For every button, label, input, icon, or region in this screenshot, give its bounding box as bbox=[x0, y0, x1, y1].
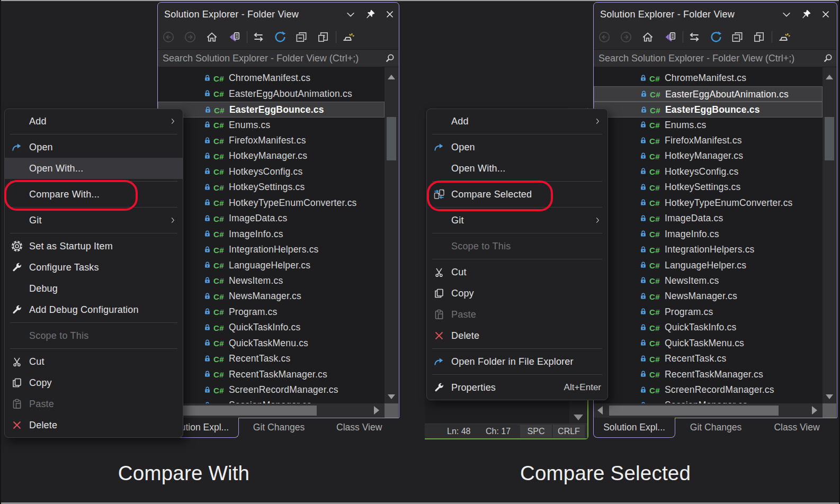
scroll-up-icon[interactable] bbox=[388, 75, 395, 79]
menu-item-git[interactable]: Git bbox=[427, 210, 607, 231]
menu-item-delete[interactable]: Delete bbox=[427, 325, 607, 346]
pin-icon[interactable] bbox=[364, 8, 376, 20]
scroll-down-icon[interactable] bbox=[388, 394, 395, 399]
menu-item-open[interactable]: Open bbox=[427, 137, 607, 158]
refresh-icon[interactable] bbox=[709, 30, 723, 44]
menu-item-cut[interactable]: Cut bbox=[5, 351, 183, 372]
tree-item[interactable]: C# ChromeManifest.cs bbox=[594, 70, 823, 86]
menu-item-open-folder-in-file-explorer[interactable]: Open Folder in File Explorer bbox=[427, 351, 607, 372]
horizontal-scrollbar[interactable] bbox=[158, 403, 385, 418]
menu-item-paste[interactable]: Paste bbox=[5, 393, 183, 415]
tree-item[interactable]: C# ScreenRecordManager.cs bbox=[158, 382, 385, 398]
menu-item-delete[interactable]: Delete bbox=[5, 415, 183, 436]
switch-views-icon[interactable] bbox=[251, 30, 266, 44]
tree-item[interactable]: C# NewsItem.cs bbox=[158, 273, 385, 289]
vertical-scrollbar[interactable] bbox=[385, 67, 398, 404]
back-icon[interactable] bbox=[161, 30, 176, 44]
tree-item[interactable]: C# ImageInfo.cs bbox=[594, 227, 823, 242]
tab-git-changes[interactable]: Git Changes bbox=[239, 418, 319, 438]
tree-item[interactable]: C# QuickTaskMenu.cs bbox=[594, 336, 823, 351]
tree-item[interactable]: C# EasterEggBounce.cs bbox=[594, 102, 823, 117]
refresh-icon[interactable] bbox=[273, 30, 288, 44]
tree-item[interactable]: C# Enums.cs bbox=[594, 118, 823, 133]
scroll-right-icon[interactable] bbox=[812, 406, 817, 415]
status-line-ending[interactable]: CRLF bbox=[553, 425, 585, 438]
sync-with-active-document-icon[interactable] bbox=[226, 30, 241, 44]
tree-item[interactable]: C# HotkeySettings.cs bbox=[158, 179, 385, 195]
tree-item[interactable]: C# Program.cs bbox=[158, 304, 385, 320]
search-icon[interactable] bbox=[384, 52, 396, 64]
scroll-up-icon[interactable] bbox=[826, 75, 833, 79]
menu-item-copy[interactable]: Copy bbox=[5, 372, 183, 393]
pending-changes-filter-icon[interactable] bbox=[341, 30, 355, 44]
menu-item-properties[interactable]: PropertiesAlt+Enter bbox=[427, 377, 607, 398]
menu-item-configure-tasks[interactable]: Configure Tasks bbox=[5, 257, 183, 278]
tree-item[interactable]: C# IntegrationHelpers.cs bbox=[158, 242, 385, 257]
menu-item-add[interactable]: Add bbox=[5, 111, 183, 132]
tree-item[interactable]: C# LanguageHelper.cs bbox=[158, 258, 385, 273]
tree-item[interactable]: C# HotkeysConfig.cs bbox=[158, 164, 385, 179]
horizontal-scrollbar[interactable] bbox=[594, 403, 823, 418]
close-icon[interactable] bbox=[384, 8, 396, 20]
forward-icon[interactable] bbox=[619, 30, 633, 44]
close-icon[interactable] bbox=[820, 8, 832, 20]
search-box[interactable]: Search Solution Explorer - Folder View (… bbox=[158, 49, 399, 67]
search-box[interactable]: Search Solution Explorer - Folder View (… bbox=[594, 49, 837, 67]
tree-item[interactable]: C# LanguageHelper.cs bbox=[594, 258, 823, 273]
tree-item[interactable]: C# HotkeysConfig.cs bbox=[594, 164, 823, 179]
menu-item-cut[interactable]: Cut bbox=[427, 262, 607, 283]
collapse-all-icon[interactable] bbox=[730, 30, 745, 44]
tree-item[interactable]: C# NewsManager.cs bbox=[158, 289, 385, 304]
tree-item[interactable]: C# ScreenRecordManager.cs bbox=[594, 382, 823, 398]
home-icon[interactable] bbox=[204, 30, 219, 44]
scroll-down-icon[interactable] bbox=[826, 394, 833, 399]
tree-item[interactable]: C# FirefoxManifest.cs bbox=[158, 133, 385, 148]
tree-item[interactable]: C# QuickTaskMenu.cs bbox=[158, 336, 385, 351]
tab-solution-expl-[interactable]: Solution Expl... bbox=[593, 418, 675, 438]
forward-icon[interactable] bbox=[183, 30, 198, 44]
tree-item[interactable]: C# ChromeManifest.cs bbox=[158, 70, 385, 86]
scroll-left-icon[interactable] bbox=[597, 406, 603, 415]
horizontal-scroll-thumb[interactable] bbox=[163, 406, 317, 416]
window-position-chevron-icon[interactable] bbox=[781, 8, 792, 20]
scroll-down-icon[interactable] bbox=[574, 415, 583, 420]
tree-item[interactable]: C# NewsManager.cs bbox=[594, 289, 823, 304]
collapse-all-icon[interactable] bbox=[294, 30, 309, 44]
menu-item-add-debug-configuration[interactable]: Add Debug Configuration bbox=[5, 299, 183, 320]
menu-item-git[interactable]: Git bbox=[5, 210, 183, 231]
preview-selected-items-icon[interactable] bbox=[316, 30, 330, 44]
tree-item[interactable]: C# QuickTaskInfo.cs bbox=[594, 320, 823, 335]
menu-item-add[interactable]: Add bbox=[427, 111, 607, 132]
menu-item-scope-to-this[interactable]: Scope to This bbox=[5, 325, 183, 346]
tree-item[interactable]: C# RecentTaskManager.cs bbox=[594, 367, 823, 382]
status-spaces[interactable]: SPC bbox=[520, 425, 552, 438]
menu-item-set-as-startup-item[interactable]: Set as Startup Item bbox=[5, 236, 183, 257]
panel-titlebar[interactable]: Solution Explorer - Folder View bbox=[158, 3, 399, 26]
vertical-scroll-thumb[interactable] bbox=[825, 117, 834, 160]
tree-item[interactable]: C# Enums.cs bbox=[158, 118, 385, 133]
tree-item[interactable]: C# RecentTask.cs bbox=[594, 351, 823, 366]
tab-class-view[interactable]: Class View bbox=[319, 418, 399, 438]
tree-item[interactable]: C# FirefoxManifest.cs bbox=[594, 133, 823, 148]
tree-item[interactable]: C# Program.cs bbox=[594, 304, 823, 320]
panel-titlebar[interactable]: Solution Explorer - Folder View bbox=[594, 3, 837, 26]
window-position-chevron-icon[interactable] bbox=[345, 8, 356, 20]
vertical-scrollbar[interactable] bbox=[823, 67, 836, 404]
switch-views-icon[interactable] bbox=[687, 30, 702, 44]
tree-item[interactable]: C# EasterEggAboutAnimation.cs bbox=[158, 86, 385, 102]
menu-item-debug[interactable]: Debug bbox=[5, 278, 183, 299]
tree-item[interactable]: C# ImageData.cs bbox=[594, 211, 823, 226]
back-icon[interactable] bbox=[597, 30, 612, 44]
menu-item-open-with[interactable]: Open With... bbox=[427, 158, 607, 179]
search-icon[interactable] bbox=[822, 52, 834, 64]
tree-item[interactable]: C# QuickTaskInfo.cs bbox=[158, 320, 385, 335]
tree-item[interactable]: C# HotkeyTypeEnumConverter.cs bbox=[158, 195, 385, 211]
tree-item[interactable]: C# HotkeyManager.cs bbox=[594, 148, 823, 164]
pin-icon[interactable] bbox=[800, 8, 812, 20]
menu-item-scope-to-this[interactable]: Scope to This bbox=[427, 236, 607, 257]
sync-with-active-document-icon[interactable] bbox=[662, 30, 677, 44]
menu-item-copy[interactable]: Copy bbox=[427, 283, 607, 304]
tree-item[interactable]: C# ImageInfo.cs bbox=[158, 227, 385, 242]
menu-item-open[interactable]: Open bbox=[5, 137, 183, 158]
preview-selected-items-icon[interactable] bbox=[752, 30, 766, 44]
